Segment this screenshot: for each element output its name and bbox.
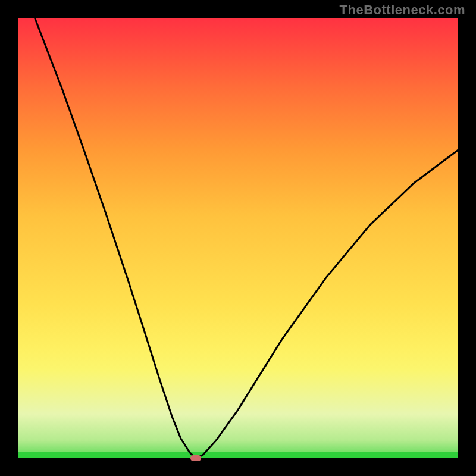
- watermark-text: TheBottleneck.com: [340, 2, 465, 18]
- chart-frame: TheBottleneck.com: [0, 0, 476, 476]
- bottleneck-curve: [18, 18, 458, 458]
- curve-path: [18, 0, 458, 458]
- minimum-marker: [190, 455, 201, 461]
- plot-area: [18, 18, 458, 458]
